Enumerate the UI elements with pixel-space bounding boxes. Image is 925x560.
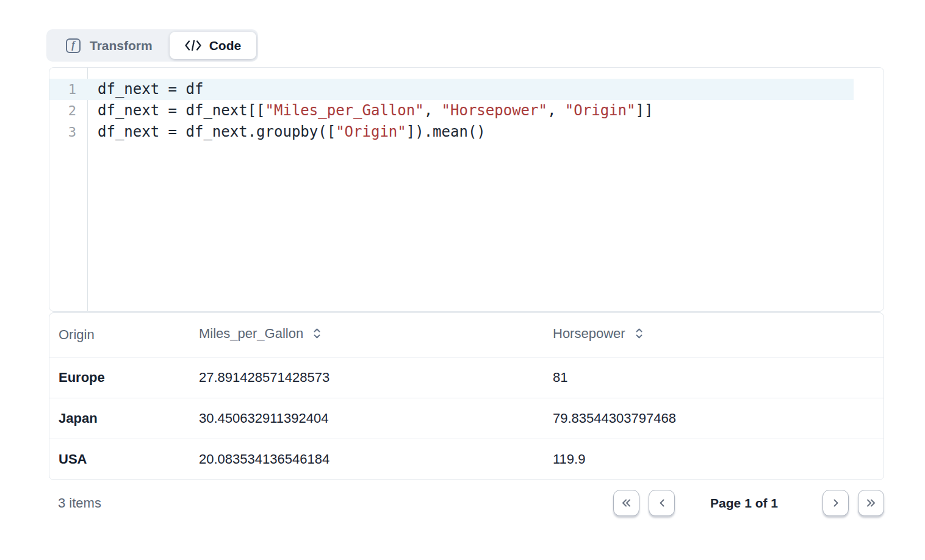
column-header-horsepower[interactable]: Horsepower bbox=[544, 313, 884, 357]
line-number: 2 bbox=[49, 100, 87, 121]
code-line[interactable]: 2df_next = df_next[["Miles_per_Gallon", … bbox=[49, 100, 884, 121]
first-page-button[interactable] bbox=[613, 490, 639, 516]
double-chevron-right-icon bbox=[866, 498, 876, 508]
column-header-label: Miles_per_Gallon bbox=[199, 326, 303, 341]
cell-value: 79.83544303797468 bbox=[544, 398, 884, 439]
page-indicator: Page 1 of 1 bbox=[710, 496, 778, 511]
table-row: Europe27.89142857142857381 bbox=[49, 357, 884, 398]
code-text: df_next = df bbox=[87, 79, 203, 100]
cell-value: 119.9 bbox=[544, 439, 884, 479]
line-number: 1 bbox=[49, 79, 87, 100]
view-tabbar: f Transform Code bbox=[46, 29, 258, 62]
function-icon: f bbox=[66, 38, 81, 53]
code-text: df_next = df_next[["Miles_per_Gallon", "… bbox=[87, 100, 653, 121]
code-lines: 1df_next = df2df_next = df_next[["Miles_… bbox=[49, 79, 884, 143]
results-table-container: OriginMiles_per_GallonHorsepower Europe2… bbox=[49, 312, 884, 480]
cell-origin: Japan bbox=[49, 398, 190, 439]
tab-transform-label: Transform bbox=[90, 38, 153, 53]
chevron-right-icon bbox=[832, 498, 840, 508]
table-row: Japan30.45063291139240479.83544303797468 bbox=[49, 398, 884, 439]
double-chevron-left-icon bbox=[621, 498, 632, 508]
chevron-left-icon bbox=[658, 498, 666, 508]
code-text: df_next = df_next.groupby(["Origin"]).me… bbox=[87, 121, 486, 143]
column-header-origin: Origin bbox=[49, 313, 190, 357]
sort-icon bbox=[635, 327, 644, 343]
line-number: 3 bbox=[49, 121, 87, 143]
previous-page-button[interactable] bbox=[649, 490, 675, 516]
column-header-label: Origin bbox=[59, 327, 95, 342]
results-table: OriginMiles_per_GallonHorsepower Europe2… bbox=[49, 313, 884, 479]
cell-origin: Europe bbox=[49, 357, 190, 398]
table-header-row: OriginMiles_per_GallonHorsepower bbox=[49, 313, 884, 357]
cell-value: 20.083534136546184 bbox=[190, 439, 544, 479]
code-icon bbox=[185, 40, 201, 51]
cell-value: 27.891428571428573 bbox=[190, 357, 544, 398]
table-body: Europe27.89142857142857381Japan30.450632… bbox=[49, 357, 884, 479]
table-footer: 3 items Page 1 of 1 bbox=[49, 490, 884, 516]
tab-code[interactable]: Code bbox=[170, 32, 257, 59]
column-header-label: Horsepower bbox=[553, 326, 625, 341]
items-count: 3 items bbox=[49, 495, 101, 511]
code-line[interactable]: 3df_next = df_next.groupby(["Origin"]).m… bbox=[49, 121, 884, 143]
sort-icon bbox=[312, 327, 322, 343]
tab-transform[interactable]: f Transform bbox=[46, 29, 170, 62]
cell-value: 81 bbox=[544, 357, 884, 398]
pagination-controls: Page 1 of 1 bbox=[613, 490, 884, 516]
code-line[interactable]: 1df_next = df bbox=[49, 79, 884, 100]
cell-value: 30.450632911392404 bbox=[190, 398, 544, 439]
column-header-miles_per_gallon[interactable]: Miles_per_Gallon bbox=[190, 313, 544, 357]
tab-code-label: Code bbox=[209, 38, 242, 53]
table-row: USA20.083534136546184119.9 bbox=[49, 439, 884, 479]
last-page-button[interactable] bbox=[858, 490, 884, 516]
code-editor[interactable]: 1df_next = df2df_next = df_next[["Miles_… bbox=[49, 67, 884, 312]
next-page-button[interactable] bbox=[822, 490, 849, 516]
cell-origin: USA bbox=[49, 439, 190, 479]
